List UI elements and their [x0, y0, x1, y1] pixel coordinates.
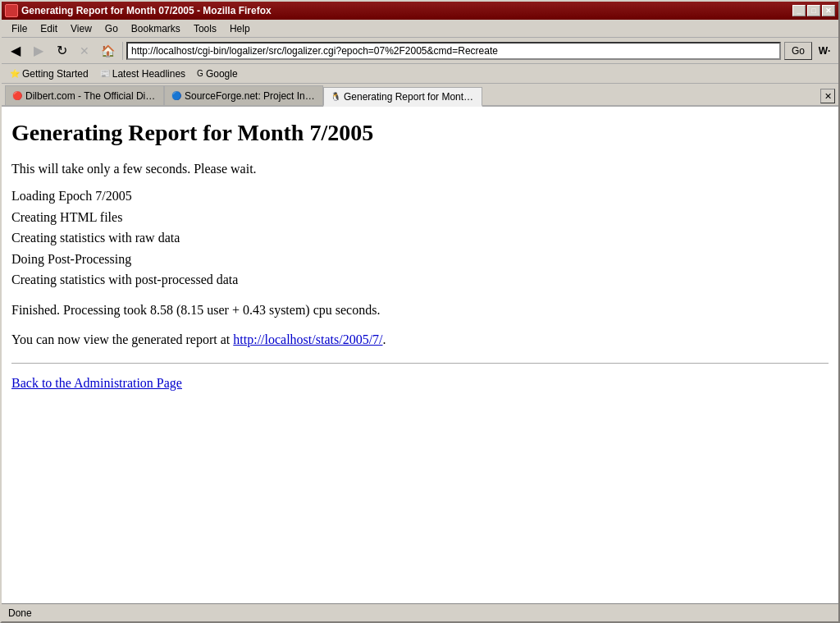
page-content: Generating Report for Month 7/2005 This … [2, 107, 838, 603]
bookmark-getting-started-label: Getting Started [22, 68, 89, 80]
forward-button[interactable]: ▶ [28, 40, 49, 62]
reload-button[interactable]: ↻ [51, 40, 72, 62]
status-line-2: Creating statistics with raw data [11, 227, 829, 249]
tab-dilbert[interactable]: 🔴 Dilbert.com - The Official Dilbert Web… [5, 85, 164, 105]
tab-sourceforge-label: SourceForge.net: Project Info - logalize… [185, 90, 316, 102]
address-input[interactable] [126, 42, 781, 60]
bookmarks-bar: ⭐ Getting Started 📰 Latest Headlines G G… [2, 64, 838, 84]
status-line-1: Creating HTML files [11, 207, 829, 228]
firefox-icon [5, 4, 18, 17]
home-button[interactable]: 🏠 [97, 40, 119, 62]
menu-file[interactable]: File [5, 21, 34, 36]
close-all-tabs-button[interactable]: ✕ [820, 89, 835, 103]
status-line-0: Loading Epoch 7/2005 [11, 186, 829, 207]
tab-sourceforge[interactable]: 🔵 SourceForge.net: Project Info - logali… [164, 85, 323, 105]
minimize-button[interactable]: _ [792, 5, 806, 16]
bookmark-google[interactable]: G Google [192, 66, 242, 81]
toolbar-separator [122, 42, 123, 60]
bookmark-latest-headlines-label: Latest Headlines [112, 68, 185, 80]
wait-message: This will take only a few seconds. Pleas… [11, 159, 829, 179]
tab-generating-report[interactable]: 🐧 Generating Report for Month 07/2005 [323, 87, 482, 107]
tab-dilbert-icon: 🔴 [12, 91, 22, 100]
bookmark-google-label: Google [206, 68, 238, 80]
getting-started-icon: ⭐ [10, 69, 20, 78]
page-body: This will take only a few seconds. Pleas… [11, 159, 829, 393]
finished-message: Finished. Processing took 8.58 (8.15 use… [11, 300, 829, 320]
stop-button[interactable]: ✕ [74, 40, 95, 62]
menu-go[interactable]: Go [98, 21, 125, 36]
menu-edit[interactable]: Edit [34, 21, 64, 36]
menu-tools[interactable]: Tools [187, 21, 223, 36]
tab-generating-label: Generating Report for Month 07/2005 [344, 91, 475, 103]
page-title: Generating Report for Month 7/2005 [11, 120, 829, 146]
divider [11, 363, 829, 364]
window-title: Generating Report for Month 07/2005 - Mo… [21, 5, 272, 16]
report-link[interactable]: http://localhost/stats/2005/7/ [233, 332, 382, 346]
window-controls: _ □ ✕ [792, 5, 835, 16]
latest-headlines-icon: 📰 [100, 69, 110, 78]
status-lines: Loading Epoch 7/2005 Creating HTML files… [11, 186, 829, 291]
wiki-button[interactable]: W· [814, 40, 835, 62]
address-bar: Go [126, 42, 812, 60]
back-link[interactable]: Back to the Administration Page [11, 376, 182, 390]
tab-dilbert-label: Dilbert.com - The Official Dilbert Websi… [25, 90, 157, 102]
view-suffix: . [383, 332, 386, 346]
view-prefix: You can now view the generated report at [11, 332, 233, 346]
google-icon: G [197, 69, 203, 78]
tab-sourceforge-icon: 🔵 [171, 91, 181, 100]
menu-view[interactable]: View [64, 21, 98, 36]
status-text: Done [8, 607, 32, 619]
bookmark-getting-started[interactable]: ⭐ Getting Started [5, 66, 94, 81]
status-line-3: Doing Post-Processing [11, 249, 829, 270]
statusbar: Done [2, 603, 838, 621]
view-line: You can now view the generated report at… [11, 330, 829, 350]
menu-bookmarks[interactable]: Bookmarks [125, 21, 187, 36]
go-button[interactable]: Go [784, 42, 812, 60]
back-link-container: Back to the Administration Page [11, 373, 829, 393]
tab-generating-icon: 🐧 [331, 92, 340, 101]
menu-help[interactable]: Help [223, 21, 257, 36]
close-button[interactable]: ✕ [822, 5, 835, 16]
titlebar: Generating Report for Month 07/2005 - Mo… [2, 2, 838, 20]
status-line-4: Creating statistics with post-processed … [11, 269, 829, 291]
browser-window: Generating Report for Month 07/2005 - Mo… [0, 0, 840, 623]
nav-toolbar: ◀ ▶ ↻ ✕ 🏠 Go W· [2, 38, 838, 64]
tabs-bar: 🔴 Dilbert.com - The Official Dilbert Web… [2, 84, 838, 107]
menubar: File Edit View Go Bookmarks Tools Help [2, 20, 838, 38]
bookmark-latest-headlines[interactable]: 📰 Latest Headlines [95, 66, 190, 81]
maximize-button[interactable]: □ [807, 5, 820, 16]
back-button[interactable]: ◀ [5, 40, 26, 62]
content-area: Generating Report for Month 7/2005 This … [2, 107, 838, 603]
